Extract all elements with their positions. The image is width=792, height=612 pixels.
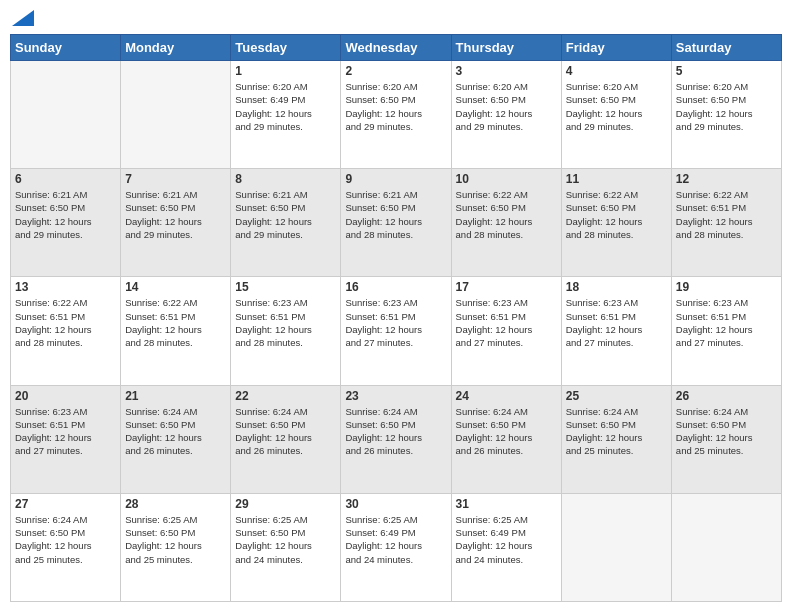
day-number: 27 — [15, 497, 116, 511]
day-info: Sunrise: 6:20 AMSunset: 6:50 PMDaylight:… — [566, 80, 667, 133]
day-number: 19 — [676, 280, 777, 294]
day-number: 30 — [345, 497, 446, 511]
day-number: 24 — [456, 389, 557, 403]
day-info: Sunrise: 6:24 AMSunset: 6:50 PMDaylight:… — [456, 405, 557, 458]
calendar-day-cell — [561, 493, 671, 601]
calendar-day-cell: 18Sunrise: 6:23 AMSunset: 6:51 PMDayligh… — [561, 277, 671, 385]
day-info: Sunrise: 6:23 AMSunset: 6:51 PMDaylight:… — [345, 296, 446, 349]
calendar-day-cell: 22Sunrise: 6:24 AMSunset: 6:50 PMDayligh… — [231, 385, 341, 493]
day-info: Sunrise: 6:22 AMSunset: 6:51 PMDaylight:… — [125, 296, 226, 349]
day-number: 7 — [125, 172, 226, 186]
calendar-header-row: SundayMondayTuesdayWednesdayThursdayFrid… — [11, 35, 782, 61]
day-number: 3 — [456, 64, 557, 78]
day-header-wednesday: Wednesday — [341, 35, 451, 61]
day-info: Sunrise: 6:24 AMSunset: 6:50 PMDaylight:… — [676, 405, 777, 458]
calendar-day-cell — [671, 493, 781, 601]
day-info: Sunrise: 6:25 AMSunset: 6:50 PMDaylight:… — [235, 513, 336, 566]
day-info: Sunrise: 6:20 AMSunset: 6:49 PMDaylight:… — [235, 80, 336, 133]
day-info: Sunrise: 6:21 AMSunset: 6:50 PMDaylight:… — [125, 188, 226, 241]
day-info: Sunrise: 6:20 AMSunset: 6:50 PMDaylight:… — [676, 80, 777, 133]
day-header-monday: Monday — [121, 35, 231, 61]
day-number: 22 — [235, 389, 336, 403]
day-info: Sunrise: 6:23 AMSunset: 6:51 PMDaylight:… — [456, 296, 557, 349]
day-header-sunday: Sunday — [11, 35, 121, 61]
calendar-day-cell: 17Sunrise: 6:23 AMSunset: 6:51 PMDayligh… — [451, 277, 561, 385]
page: SundayMondayTuesdayWednesdayThursdayFrid… — [0, 0, 792, 612]
calendar-day-cell: 1Sunrise: 6:20 AMSunset: 6:49 PMDaylight… — [231, 61, 341, 169]
calendar-week-row: 13Sunrise: 6:22 AMSunset: 6:51 PMDayligh… — [11, 277, 782, 385]
calendar-day-cell: 29Sunrise: 6:25 AMSunset: 6:50 PMDayligh… — [231, 493, 341, 601]
day-info: Sunrise: 6:23 AMSunset: 6:51 PMDaylight:… — [566, 296, 667, 349]
day-number: 10 — [456, 172, 557, 186]
day-header-friday: Friday — [561, 35, 671, 61]
calendar-day-cell: 27Sunrise: 6:24 AMSunset: 6:50 PMDayligh… — [11, 493, 121, 601]
day-number: 31 — [456, 497, 557, 511]
calendar-day-cell: 6Sunrise: 6:21 AMSunset: 6:50 PMDaylight… — [11, 169, 121, 277]
calendar-day-cell: 21Sunrise: 6:24 AMSunset: 6:50 PMDayligh… — [121, 385, 231, 493]
day-info: Sunrise: 6:22 AMSunset: 6:50 PMDaylight:… — [566, 188, 667, 241]
day-number: 1 — [235, 64, 336, 78]
day-number: 23 — [345, 389, 446, 403]
calendar-day-cell: 14Sunrise: 6:22 AMSunset: 6:51 PMDayligh… — [121, 277, 231, 385]
day-number: 12 — [676, 172, 777, 186]
day-number: 16 — [345, 280, 446, 294]
day-info: Sunrise: 6:20 AMSunset: 6:50 PMDaylight:… — [456, 80, 557, 133]
day-header-saturday: Saturday — [671, 35, 781, 61]
calendar-day-cell: 4Sunrise: 6:20 AMSunset: 6:50 PMDaylight… — [561, 61, 671, 169]
day-number: 2 — [345, 64, 446, 78]
day-info: Sunrise: 6:24 AMSunset: 6:50 PMDaylight:… — [345, 405, 446, 458]
day-info: Sunrise: 6:25 AMSunset: 6:49 PMDaylight:… — [456, 513, 557, 566]
calendar-week-row: 27Sunrise: 6:24 AMSunset: 6:50 PMDayligh… — [11, 493, 782, 601]
calendar-week-row: 20Sunrise: 6:23 AMSunset: 6:51 PMDayligh… — [11, 385, 782, 493]
calendar-table: SundayMondayTuesdayWednesdayThursdayFrid… — [10, 34, 782, 602]
calendar-day-cell: 10Sunrise: 6:22 AMSunset: 6:50 PMDayligh… — [451, 169, 561, 277]
calendar-day-cell: 12Sunrise: 6:22 AMSunset: 6:51 PMDayligh… — [671, 169, 781, 277]
day-info: Sunrise: 6:25 AMSunset: 6:49 PMDaylight:… — [345, 513, 446, 566]
day-info: Sunrise: 6:24 AMSunset: 6:50 PMDaylight:… — [566, 405, 667, 458]
calendar-day-cell: 3Sunrise: 6:20 AMSunset: 6:50 PMDaylight… — [451, 61, 561, 169]
day-number: 9 — [345, 172, 446, 186]
calendar-day-cell: 16Sunrise: 6:23 AMSunset: 6:51 PMDayligh… — [341, 277, 451, 385]
day-number: 18 — [566, 280, 667, 294]
calendar-week-row: 6Sunrise: 6:21 AMSunset: 6:50 PMDaylight… — [11, 169, 782, 277]
calendar-day-cell: 28Sunrise: 6:25 AMSunset: 6:50 PMDayligh… — [121, 493, 231, 601]
day-info: Sunrise: 6:21 AMSunset: 6:50 PMDaylight:… — [235, 188, 336, 241]
day-header-tuesday: Tuesday — [231, 35, 341, 61]
day-number: 20 — [15, 389, 116, 403]
day-number: 21 — [125, 389, 226, 403]
calendar-day-cell: 23Sunrise: 6:24 AMSunset: 6:50 PMDayligh… — [341, 385, 451, 493]
calendar-body: 1Sunrise: 6:20 AMSunset: 6:49 PMDaylight… — [11, 61, 782, 602]
day-number: 8 — [235, 172, 336, 186]
calendar-day-cell: 25Sunrise: 6:24 AMSunset: 6:50 PMDayligh… — [561, 385, 671, 493]
day-info: Sunrise: 6:22 AMSunset: 6:50 PMDaylight:… — [456, 188, 557, 241]
day-number: 29 — [235, 497, 336, 511]
calendar-day-cell: 13Sunrise: 6:22 AMSunset: 6:51 PMDayligh… — [11, 277, 121, 385]
calendar-day-cell: 7Sunrise: 6:21 AMSunset: 6:50 PMDaylight… — [121, 169, 231, 277]
day-number: 28 — [125, 497, 226, 511]
header — [10, 10, 782, 26]
day-info: Sunrise: 6:22 AMSunset: 6:51 PMDaylight:… — [15, 296, 116, 349]
calendar-day-cell — [11, 61, 121, 169]
day-number: 4 — [566, 64, 667, 78]
day-info: Sunrise: 6:25 AMSunset: 6:50 PMDaylight:… — [125, 513, 226, 566]
logo-icon — [12, 10, 34, 26]
day-info: Sunrise: 6:22 AMSunset: 6:51 PMDaylight:… — [676, 188, 777, 241]
calendar-day-cell: 20Sunrise: 6:23 AMSunset: 6:51 PMDayligh… — [11, 385, 121, 493]
logo — [10, 10, 34, 26]
calendar-day-cell: 30Sunrise: 6:25 AMSunset: 6:49 PMDayligh… — [341, 493, 451, 601]
calendar-day-cell: 11Sunrise: 6:22 AMSunset: 6:50 PMDayligh… — [561, 169, 671, 277]
day-info: Sunrise: 6:23 AMSunset: 6:51 PMDaylight:… — [676, 296, 777, 349]
day-info: Sunrise: 6:21 AMSunset: 6:50 PMDaylight:… — [15, 188, 116, 241]
day-info: Sunrise: 6:24 AMSunset: 6:50 PMDaylight:… — [125, 405, 226, 458]
calendar-day-cell — [121, 61, 231, 169]
day-info: Sunrise: 6:20 AMSunset: 6:50 PMDaylight:… — [345, 80, 446, 133]
day-info: Sunrise: 6:21 AMSunset: 6:50 PMDaylight:… — [345, 188, 446, 241]
svg-marker-0 — [12, 10, 34, 26]
calendar-day-cell: 31Sunrise: 6:25 AMSunset: 6:49 PMDayligh… — [451, 493, 561, 601]
calendar-day-cell: 24Sunrise: 6:24 AMSunset: 6:50 PMDayligh… — [451, 385, 561, 493]
day-number: 14 — [125, 280, 226, 294]
day-number: 17 — [456, 280, 557, 294]
day-number: 11 — [566, 172, 667, 186]
calendar-day-cell: 9Sunrise: 6:21 AMSunset: 6:50 PMDaylight… — [341, 169, 451, 277]
day-number: 25 — [566, 389, 667, 403]
